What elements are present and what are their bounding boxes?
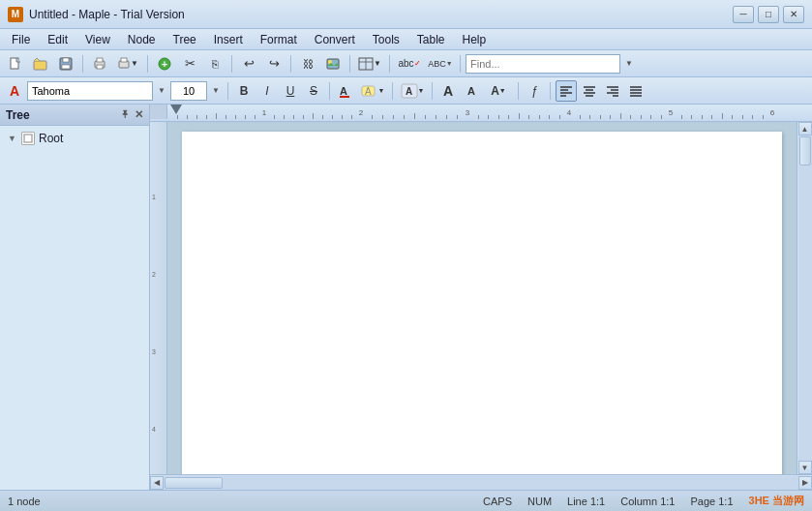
svg-rect-7 [97, 65, 103, 69]
undo-button[interactable]: ↩ [237, 53, 260, 75]
menu-help[interactable]: Help [455, 31, 495, 48]
menu-convert[interactable]: Convert [307, 31, 363, 48]
align-justify-button[interactable] [625, 80, 647, 102]
toolbar2: A ▼ ▼ B I U S A A ▼ A ▼ A A A▼ [0, 77, 812, 105]
node-count: 1 node [8, 496, 41, 507]
find-input[interactable] [466, 54, 620, 74]
svg-rect-6 [97, 58, 103, 62]
editor-body: 12345678910 ▲ ▼ [150, 122, 812, 474]
separator2 [147, 55, 148, 73]
ruler-indicator [170, 105, 182, 114]
separator-fmt2 [329, 82, 330, 100]
scroll-track-horizontal[interactable] [164, 476, 798, 490]
scroll-track-vertical[interactable] [798, 135, 812, 461]
copy-button[interactable]: ⎘ [203, 53, 226, 75]
menu-node[interactable]: Node [120, 31, 164, 48]
formula-button[interactable]: ƒ [524, 80, 545, 102]
tree-item-root[interactable]: ▼ Root [0, 130, 149, 147]
menu-tree[interactable]: Tree [165, 31, 204, 48]
node-icon [21, 132, 35, 145]
redo-button[interactable]: ↪ [262, 53, 286, 75]
scroll-down-button[interactable]: ▼ [798, 461, 812, 474]
scroll-left-button[interactable]: ◀ [150, 476, 164, 490]
scroll-up-button[interactable]: ▲ [798, 122, 812, 135]
table-button[interactable]: ▼ [355, 53, 384, 75]
menu-tools[interactable]: Tools [365, 31, 407, 48]
minimize-button[interactable]: ─ [733, 6, 754, 23]
menu-table[interactable]: Table [409, 31, 453, 48]
separator-fmt1 [227, 82, 228, 100]
highlight-button[interactable]: A ▼ [358, 80, 387, 102]
svg-rect-1 [34, 61, 46, 70]
find-dropdown[interactable]: ▼ [622, 53, 636, 75]
scroll-right-button[interactable]: ▶ [798, 476, 812, 490]
menu-bar: File Edit View Node Tree Insert Format C… [0, 29, 812, 50]
title-text: Untitled - Maple - Trial Version [29, 8, 185, 21]
add-node-button[interactable]: + [153, 53, 176, 75]
scroll-thumb-horizontal[interactable] [165, 477, 223, 489]
font-dropdown[interactable]: ▼ [155, 80, 168, 102]
font-size-options-button[interactable]: A▼ [484, 80, 513, 102]
scroll-thumb-vertical[interactable] [799, 136, 811, 165]
scrollbar-bottom[interactable]: ◀ ▶ [150, 474, 812, 490]
separator-fmt4 [432, 82, 433, 100]
tree-close-button[interactable]: ✕ [135, 108, 143, 121]
separator3 [231, 55, 232, 73]
underline-button[interactable]: U [280, 80, 301, 102]
image-button[interactable] [321, 53, 345, 75]
svg-rect-3 [63, 58, 69, 62]
font-name-input[interactable] [27, 81, 153, 101]
line-col-label: Line 1:1 [567, 496, 605, 507]
svg-text:A: A [406, 86, 412, 97]
strikethrough-button[interactable]: S [303, 80, 324, 102]
text-color-button[interactable]: A [335, 80, 356, 102]
link-button[interactable]: ⛓ [296, 53, 319, 75]
page-container[interactable] [167, 122, 797, 474]
tree-panel: Tree 🖈 ✕ ▼ Root [0, 105, 150, 490]
tree-header-controls: 🖈 ✕ [120, 108, 143, 121]
save-button[interactable] [54, 53, 77, 75]
app-icon: M [8, 7, 23, 22]
font-size-down-button[interactable]: A [461, 80, 482, 102]
ruler-corner [150, 105, 167, 119]
menu-edit[interactable]: Edit [40, 31, 75, 48]
svg-text:A: A [365, 86, 372, 97]
svg-rect-4 [62, 65, 70, 69]
maximize-button[interactable]: □ [758, 6, 779, 23]
scrollbar-right[interactable]: ▲ ▼ [797, 122, 812, 474]
print-options-button[interactable]: ▼ [113, 53, 142, 75]
cut-button[interactable]: ✂ [178, 53, 201, 75]
tree-header: Tree 🖈 ✕ [0, 105, 149, 126]
close-button[interactable]: ✕ [783, 6, 804, 23]
tree-title: Tree [6, 108, 30, 122]
left-ruler: 12345678910 [150, 122, 167, 474]
menu-format[interactable]: Format [253, 31, 305, 48]
separator7 [460, 55, 461, 73]
text-style-button[interactable]: A ▼ [398, 80, 427, 102]
font-size-input[interactable] [170, 81, 207, 101]
tree-pin-button[interactable]: 🖈 [120, 108, 131, 121]
new-button[interactable] [4, 53, 27, 75]
svg-text:A: A [340, 85, 347, 97]
align-center-button[interactable] [579, 80, 600, 102]
bold-button[interactable]: B [233, 80, 255, 102]
italic-button[interactable]: I [256, 80, 278, 102]
menu-file[interactable]: File [4, 31, 38, 48]
ruler: 123456 [150, 105, 812, 122]
root-label: Root [39, 132, 63, 145]
menu-view[interactable]: View [77, 31, 118, 48]
open-button[interactable] [29, 53, 52, 75]
spellcheck-button[interactable]: abc✓ [395, 53, 424, 75]
svg-rect-9 [121, 58, 127, 62]
page[interactable] [182, 132, 782, 474]
align-right-button[interactable] [602, 80, 623, 102]
font-size-up-button[interactable]: A [437, 80, 459, 102]
font-size-dropdown[interactable]: ▼ [209, 80, 223, 102]
separator1 [82, 55, 83, 73]
menu-insert[interactable]: Insert [206, 31, 251, 48]
editor-area: 123456 12345678910 ▲ ▼ ◀ [150, 105, 812, 490]
print-button[interactable] [88, 53, 111, 75]
title-left: M Untitled - Maple - Trial Version [8, 7, 185, 22]
spellcheck2-button[interactable]: ABC ▼ [426, 53, 455, 75]
align-left-button[interactable] [556, 80, 577, 102]
